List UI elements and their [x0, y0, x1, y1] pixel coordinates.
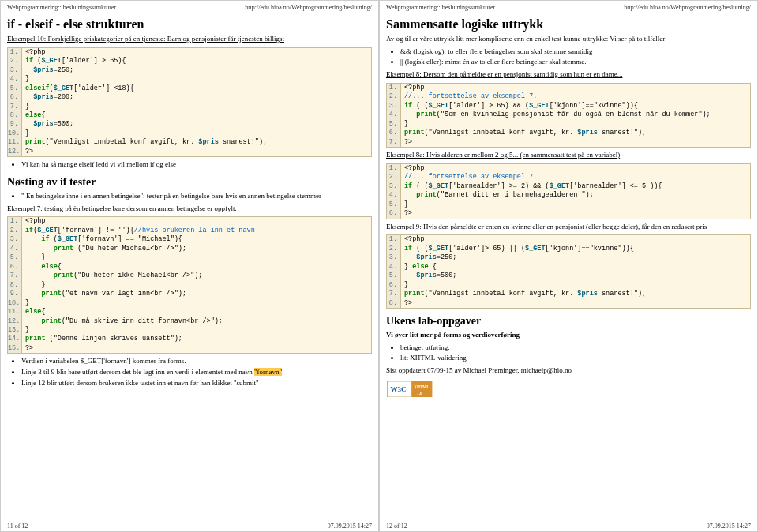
header-url: http://edu.hioa.no/Webprogrammering/besl…: [245, 4, 372, 11]
example-8-title: Eksempel 8: Dersom den påmeldte er en pe…: [386, 70, 751, 80]
svg-text:1.0: 1.0: [417, 390, 422, 395]
note-lines-3-9: Linje 3 til 9 blir bare utført dersom de…: [21, 368, 372, 377]
timestamp: 07.09.2015 14:27: [707, 523, 751, 530]
footer-right: 12 of 12 07.09.2015 14:27: [386, 523, 751, 530]
note-line-12: Linje 12 blir utført dersom brukeren ikk…: [21, 379, 372, 388]
heading-nesting: Nøsting av if tester: [7, 176, 372, 189]
page-left: Webprogrammering:: beslutningsstrukturer…: [0, 0, 379, 532]
example-9-title: Eksempel 9: Hvis den påmeldte er enten e…: [386, 223, 751, 232]
last-updated: Sist oppdatert 07/09-15 av Michael Premi…: [386, 366, 751, 376]
lab-bullet-1: betinget utføring.: [400, 343, 751, 353]
lab-intro: Vi øver litt mer på forms og verdioverfø…: [386, 331, 751, 340]
bullet-or: || (logisk eller): minst én av to eller …: [400, 58, 751, 67]
intro-logical: Av og til er våre uttrykk litt mer kompl…: [386, 35, 751, 44]
lab-bullet-2: litt XHTML-validering: [400, 354, 751, 363]
timestamp: 07.09.2015 14:27: [328, 523, 372, 530]
highlight-fornavn: "fornavn": [254, 368, 282, 376]
header-title: Webprogrammering:: beslutningsstrukturer: [7, 4, 116, 11]
note-elseif: Vi kan ha så mange elseif ledd vi vil me…: [21, 160, 372, 170]
example-8a-title: Eksempel 8a: Hvis alderen er mellom 2 og…: [386, 151, 751, 160]
w3c-xhtml-badge[interactable]: W3CXHTML1.0: [386, 381, 433, 399]
svg-text:W3C: W3C: [390, 385, 406, 393]
header-title: Webprogrammering:: beslutningsstrukturer: [386, 4, 495, 11]
page-number: 12 of 12: [386, 523, 407, 530]
code-example-8: 1.<?php2.//... fortsettelse av eksempel …: [386, 83, 751, 148]
example-7-title: Eksempel 7: testing på èn betingelse bar…: [7, 204, 372, 214]
example-10-title: Eksempel 10: Forskjellige priskategorier…: [7, 35, 372, 44]
heading-if-elseif: if - elseif - else strukturen: [7, 17, 372, 32]
code-example-10: 1.<?php2.if ($_GET['alder'] > 65){3. $pr…: [7, 47, 372, 158]
code-example-7: 1.<?php2.if($_GET['fornavn'] != ''){//hv…: [7, 216, 372, 354]
page-number: 11 of 12: [7, 523, 28, 530]
header-right: Webprogrammering:: beslutningsstrukturer…: [386, 4, 751, 11]
code-example-9: 1.<?php2.if ( ($_GET['alder']> 65) || ($…: [386, 234, 751, 309]
bullet-and: && (logisk og): to eller flere betingels…: [400, 47, 751, 57]
page-spread: Webprogrammering:: beslutningsstrukturer…: [0, 0, 758, 532]
heading-logical: Sammensatte logiske uttrykk: [386, 17, 751, 32]
note-forms: Verdien i variabelen $_GET['fornavn'] ko…: [21, 357, 372, 366]
heading-lab: Ukens lab-oppgaver: [386, 315, 751, 328]
page-right: Webprogrammering:: beslutningsstrukturer…: [379, 0, 758, 532]
header-url: http://edu.hioa.no/Webprogrammering/besl…: [624, 4, 751, 11]
svg-text:XHTML: XHTML: [414, 384, 430, 389]
code-example-8a: 1.<?php2.//... fortsettelse av eksempel …: [386, 163, 751, 219]
footer-left: 11 of 12 07.09.2015 14:27: [7, 523, 372, 530]
header-left: Webprogrammering:: beslutningsstrukturer…: [7, 4, 372, 11]
nesting-bullet: " En betingelse inne i en annen betingel…: [21, 192, 372, 201]
